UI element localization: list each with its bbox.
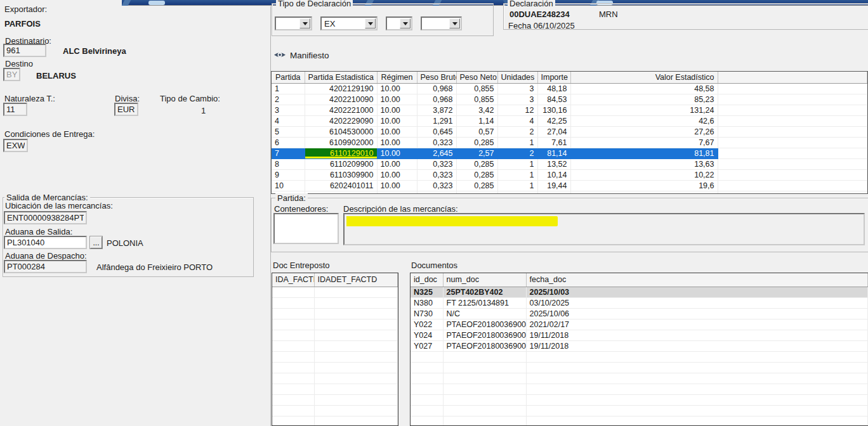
tab-icon-1[interactable]: [148, 1, 165, 5]
column-header[interactable]: Valor Estadístico: [570, 72, 718, 83]
column-header[interactable]: Partida: [272, 72, 305, 83]
table-cell[interactable]: [718, 191, 867, 194]
table-row[interactable]: 3420222100010.003,8723,4212130,16131,24: [272, 105, 867, 115]
table-cell[interactable]: 10: [272, 180, 305, 191]
table-row[interactable]: 6610990200010.000,3230,28517,617,67: [272, 137, 867, 148]
table-cell[interactable]: 48,58: [570, 83, 718, 94]
table-cell[interactable]: [411, 373, 443, 384]
table-cell[interactable]: 0,57: [456, 126, 497, 137]
table-cell[interactable]: [718, 83, 867, 94]
table-cell[interactable]: 3: [497, 83, 537, 94]
table-row[interactable]: [411, 362, 868, 373]
table-cell[interactable]: 2: [497, 126, 537, 137]
table-cell[interactable]: 7: [272, 148, 305, 158]
table-row[interactable]: 2420221009010.000,9680,855384,5385,23: [272, 94, 867, 105]
table-row[interactable]: [272, 319, 398, 330]
table-cell[interactable]: [718, 169, 867, 180]
table-cell[interactable]: 13,63: [570, 158, 718, 169]
table-row[interactable]: 1420212919010.000,9680,855348,1848,58: [272, 83, 867, 94]
table-row[interactable]: 5610453000010.000,6450,57227,0427,26: [272, 126, 867, 137]
table-row[interactable]: [272, 351, 398, 362]
descripcion-textarea[interactable]: [343, 213, 865, 245]
table-row[interactable]: [411, 384, 868, 394]
table-cell[interactable]: 6: [272, 137, 305, 148]
table-cell[interactable]: 10.00: [377, 169, 417, 180]
table-cell[interactable]: PTAEOF20180036900: [443, 330, 526, 340]
table-row[interactable]: [272, 373, 398, 384]
table-cell[interactable]: 10,22: [570, 169, 718, 180]
column-header[interactable]: IDADET_FACTD: [314, 273, 398, 287]
table-cell[interactable]: 4202229090: [305, 115, 377, 126]
table-cell[interactable]: 1,14: [456, 115, 497, 126]
tipo-declaracion-combo-1[interactable]: [275, 16, 312, 30]
table-cell[interactable]: [314, 308, 398, 319]
table-cell[interactable]: 2025/10/06: [526, 308, 868, 319]
table-cell[interactable]: 0,968: [417, 94, 456, 105]
table-cell[interactable]: 0,285: [456, 137, 497, 148]
table-cell[interactable]: 84,53: [537, 94, 570, 105]
table-cell[interactable]: [272, 373, 314, 384]
table-row[interactable]: N730N/C2025/10/06: [411, 308, 868, 319]
table-cell[interactable]: 48,18: [537, 83, 570, 94]
table-cell[interactable]: 0,285: [456, 158, 497, 169]
table-cell[interactable]: [272, 297, 314, 308]
table-cell[interactable]: 25PT402BY402: [443, 287, 526, 297]
table-cell[interactable]: 130,16: [537, 105, 570, 115]
table-cell[interactable]: [314, 373, 398, 384]
table-cell[interactable]: 10.00: [377, 83, 417, 94]
column-header[interactable]: Peso Bruto: [417, 72, 456, 83]
table-cell[interactable]: [411, 384, 443, 394]
table-cell[interactable]: 1: [497, 169, 537, 180]
table-row[interactable]: [272, 330, 398, 340]
table-row[interactable]: [272, 394, 398, 405]
table-row[interactable]: 7611012901010.002,6452,57281,1481,81: [272, 148, 867, 158]
table-cell[interactable]: 0,323: [417, 158, 456, 169]
table-cell[interactable]: 27,26: [570, 126, 718, 137]
table-row[interactable]: [272, 416, 398, 426]
tipo-declaracion-combo-2[interactable]: EX: [320, 16, 378, 30]
table-cell[interactable]: [272, 384, 314, 394]
table-row[interactable]: [272, 308, 398, 319]
table-cell[interactable]: [411, 405, 443, 416]
table-cell[interactable]: [718, 180, 867, 191]
table-cell[interactable]: N/C: [443, 308, 526, 319]
table-cell[interactable]: [314, 394, 398, 405]
column-header[interactable]: fecha_doc: [526, 273, 868, 287]
doc-entreposto-table[interactable]: IDA_FACTDIDADET_FACTD: [272, 273, 398, 426]
documentos-table[interactable]: id_docnum_docfecha_docN32525PT402BY40220…: [410, 273, 868, 426]
table-cell[interactable]: 0,855: [456, 94, 497, 105]
table-cell[interactable]: 19/11/2018: [526, 330, 868, 340]
table-cell[interactable]: [443, 384, 526, 394]
table-cell[interactable]: [411, 362, 443, 373]
aduana-despacho-field[interactable]: [4, 260, 87, 273]
column-header[interactable]: [718, 72, 867, 83]
table-cell[interactable]: 2025/10/03: [526, 287, 868, 297]
table-cell[interactable]: Y024: [411, 330, 443, 340]
table-cell[interactable]: 19,6: [570, 180, 718, 191]
column-header[interactable]: Importe: [537, 72, 570, 83]
table-row[interactable]: [272, 405, 398, 416]
table-cell[interactable]: [377, 191, 417, 194]
table-cell[interactable]: 3,42: [456, 105, 497, 115]
manifiesto-table[interactable]: PartidaPartida EstadisticaRégimenPeso Br…: [271, 71, 868, 194]
table-cell[interactable]: [718, 126, 867, 137]
table-cell[interactable]: 9: [272, 169, 305, 180]
table-cell[interactable]: 0,645: [417, 126, 456, 137]
table-cell[interactable]: 7,67: [570, 137, 718, 148]
table-cell[interactable]: Y022: [411, 319, 443, 330]
column-header[interactable]: id_doc: [411, 273, 443, 287]
table-cell[interactable]: [272, 394, 314, 405]
table-cell[interactable]: [526, 384, 868, 394]
table-cell[interactable]: 85,23: [570, 94, 718, 105]
divisa-field[interactable]: [114, 103, 138, 116]
table-cell[interactable]: [314, 340, 398, 351]
table-row[interactable]: 8611020990010.000,3230,285113,5213,63: [272, 158, 867, 169]
table-cell[interactable]: [537, 191, 570, 194]
chevron-down-icon[interactable]: [400, 18, 411, 29]
table-cell[interactable]: 42,25: [537, 115, 570, 126]
table-cell[interactable]: 0,855: [456, 83, 497, 94]
table-cell[interactable]: [456, 191, 497, 194]
table-cell[interactable]: [718, 137, 867, 148]
table-cell[interactable]: 10.00: [377, 105, 417, 115]
table-row[interactable]: Y022PTAEOF201800369002021/02/17: [411, 319, 868, 330]
